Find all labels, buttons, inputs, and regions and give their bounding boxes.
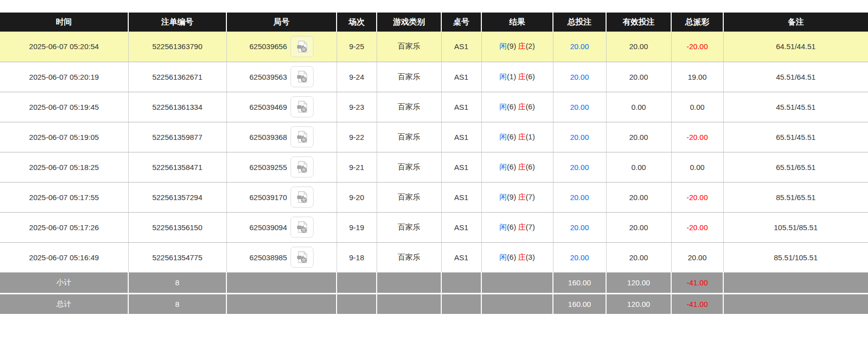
empty-cell bbox=[377, 272, 441, 293]
round-number: 625039368 bbox=[249, 133, 287, 141]
cell-game-type: 百家乐 bbox=[377, 122, 441, 152]
result-player-label: 闲 bbox=[499, 72, 507, 81]
result-banker-points: (7) bbox=[526, 193, 535, 201]
cell-valid-bet: 20.00 bbox=[606, 122, 671, 152]
cell-table-no: AS1 bbox=[441, 32, 481, 62]
cell-table-no: AS1 bbox=[441, 182, 481, 212]
table-row[interactable]: 2025-06-07 05:17:26 522561356150 6250390… bbox=[0, 212, 868, 242]
result-banker-label: 庄 bbox=[518, 223, 526, 231]
cell-valid-bet: 0.00 bbox=[606, 152, 671, 182]
video-file-icon bbox=[295, 250, 309, 264]
result-player-label: 闲 bbox=[499, 193, 507, 201]
cell-table-no: AS1 bbox=[441, 152, 481, 182]
result-banker-points: (6) bbox=[526, 102, 535, 111]
cell-result: 闲(6) 庄(1) bbox=[481, 122, 553, 152]
cell-payout: -20.00 bbox=[671, 212, 723, 242]
video-replay-button[interactable] bbox=[291, 126, 314, 147]
subtotal-label: 小计 bbox=[0, 272, 128, 293]
cell-remark: 85.51/105.51 bbox=[723, 242, 868, 272]
table-row[interactable]: 2025-06-07 05:20:54 522561363790 6250396… bbox=[0, 32, 868, 62]
cell-table-no: AS1 bbox=[441, 92, 481, 122]
result-banker-points: (3) bbox=[526, 253, 535, 261]
round-number: 625039469 bbox=[249, 103, 287, 111]
cell-remark: 45.51/45.51 bbox=[723, 92, 868, 122]
result-banker-label: 庄 bbox=[518, 162, 526, 171]
video-replay-button[interactable] bbox=[291, 96, 314, 117]
table-row[interactable]: 2025-06-07 05:16:49 522561354775 6250389… bbox=[0, 242, 868, 272]
cell-total-bet: 20.00 bbox=[553, 182, 606, 212]
cell-time: 2025-06-07 05:17:26 bbox=[0, 212, 128, 242]
cell-session: 9-25 bbox=[337, 32, 377, 62]
grand-total-payout: -41.00 bbox=[671, 293, 723, 314]
cell-round-id: 625039255 bbox=[226, 152, 337, 182]
video-replay-button[interactable] bbox=[291, 36, 314, 57]
betting-records-page: 时间 注单编号 局号 场次 游戏类别 桌号 结果 总投注 有效投注 总派彩 备注… bbox=[0, 0, 868, 315]
result-banker-label: 庄 bbox=[518, 253, 526, 261]
result-player-label: 闲 bbox=[499, 223, 507, 231]
result-player-points: (6) bbox=[507, 223, 516, 231]
cell-payout: 20.00 bbox=[671, 242, 723, 272]
result-banker-points: (6) bbox=[526, 72, 535, 81]
cell-remark: 65.51/45.51 bbox=[723, 122, 868, 152]
result-player-points: (6) bbox=[507, 102, 516, 111]
cell-round-id: 625038985 bbox=[226, 242, 337, 272]
cell-round-id: 625039368 bbox=[226, 122, 337, 152]
column-header-session: 场次 bbox=[337, 13, 377, 32]
cell-total-bet: 20.00 bbox=[553, 242, 606, 272]
round-number: 625039656 bbox=[249, 42, 287, 51]
subtotal-total-bet: 160.00 bbox=[553, 272, 606, 293]
video-replay-button[interactable] bbox=[291, 66, 314, 87]
cell-valid-bet: 0.00 bbox=[606, 92, 671, 122]
result-player-points: (6) bbox=[507, 162, 516, 171]
video-replay-button[interactable] bbox=[291, 156, 314, 178]
table-body: 2025-06-07 05:20:54 522561363790 6250396… bbox=[0, 32, 868, 272]
cell-result: 闲(6) 庄(3) bbox=[481, 242, 553, 272]
video-replay-button[interactable] bbox=[291, 247, 314, 268]
cell-round-id: 625039563 bbox=[226, 62, 337, 92]
round-number: 625039094 bbox=[249, 223, 287, 232]
cell-game-type: 百家乐 bbox=[377, 92, 441, 122]
cell-table-no: AS1 bbox=[441, 242, 481, 272]
column-header-payout: 总派彩 bbox=[671, 13, 723, 32]
column-header-bet-id: 注单编号 bbox=[128, 13, 226, 32]
cell-table-no: AS1 bbox=[441, 62, 481, 92]
grand-total-valid-bet: 120.00 bbox=[606, 293, 671, 314]
round-number: 625038985 bbox=[249, 253, 287, 262]
cell-total-bet: 20.00 bbox=[553, 212, 606, 242]
empty-cell bbox=[226, 272, 337, 293]
cell-session: 9-21 bbox=[337, 152, 377, 182]
table-footer: 小计 8 160.00 120.00 -41.00 总计 8 bbox=[0, 272, 868, 314]
result-banker-label: 庄 bbox=[518, 132, 526, 141]
video-replay-button[interactable] bbox=[291, 187, 314, 208]
column-header-total-bet: 总投注 bbox=[553, 13, 606, 32]
video-file-icon bbox=[295, 100, 309, 114]
table-row[interactable]: 2025-06-07 05:19:05 522561359877 6250393… bbox=[0, 122, 868, 152]
result-player-points: (1) bbox=[507, 72, 516, 81]
table-row[interactable]: 2025-06-07 05:19:45 522561361334 6250394… bbox=[0, 92, 868, 122]
cell-bet-id: 522561354775 bbox=[128, 242, 226, 272]
result-banker-label: 庄 bbox=[518, 102, 526, 111]
video-file-icon bbox=[295, 220, 309, 234]
cell-session: 9-23 bbox=[337, 92, 377, 122]
cell-result: 闲(1) 庄(6) bbox=[481, 62, 553, 92]
table-row[interactable]: 2025-06-07 05:17:55 522561357294 6250391… bbox=[0, 182, 868, 212]
result-player-points: (9) bbox=[507, 193, 516, 201]
cell-session: 9-19 bbox=[337, 212, 377, 242]
cell-result: 闲(6) 庄(7) bbox=[481, 212, 553, 242]
table-row[interactable]: 2025-06-07 05:20:19 522561362671 6250395… bbox=[0, 62, 868, 92]
empty-cell bbox=[337, 272, 377, 293]
subtotal-payout: -41.00 bbox=[671, 272, 723, 293]
cell-time: 2025-06-07 05:17:55 bbox=[0, 182, 128, 212]
cell-game-type: 百家乐 bbox=[377, 182, 441, 212]
cell-game-type: 百家乐 bbox=[377, 242, 441, 272]
video-replay-button[interactable] bbox=[291, 217, 314, 238]
video-file-icon bbox=[295, 190, 309, 204]
result-player-points: (6) bbox=[507, 132, 516, 141]
cell-bet-id: 522561357294 bbox=[128, 182, 226, 212]
result-player-points: (9) bbox=[507, 42, 516, 50]
cell-valid-bet: 20.00 bbox=[606, 212, 671, 242]
cell-round-id: 625039170 bbox=[226, 182, 337, 212]
cell-remark: 65.51/65.51 bbox=[723, 152, 868, 182]
result-player-points: (6) bbox=[507, 253, 516, 261]
table-row[interactable]: 2025-06-07 05:18:25 522561358471 6250392… bbox=[0, 152, 868, 182]
